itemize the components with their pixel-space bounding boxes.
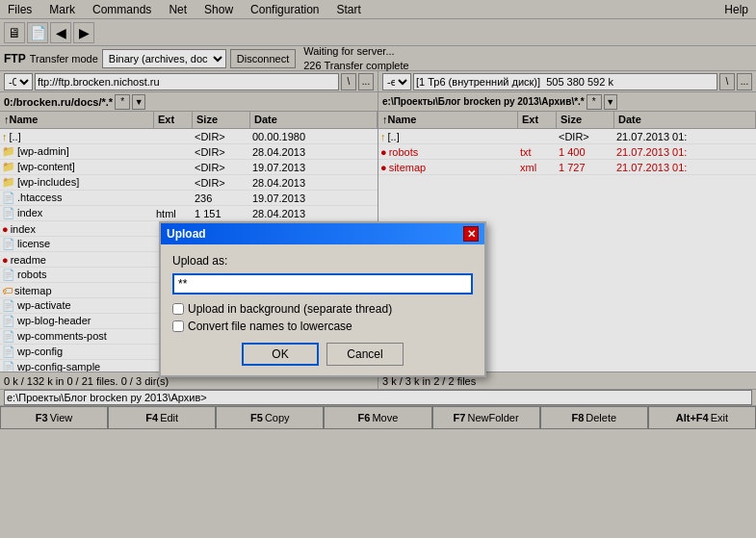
cancel-button[interactable]: Cancel [326, 343, 404, 366]
background-upload-checkbox[interactable] [172, 303, 184, 315]
dialog-close-button[interactable]: ✕ [463, 226, 479, 242]
ok-button[interactable]: OK [242, 343, 319, 366]
background-upload-row: Upload in background (separate thread) [172, 302, 473, 316]
background-upload-label: Upload in background (separate thread) [188, 302, 392, 316]
lowercase-names-row: Convert file names to lowercase [172, 320, 473, 333]
lowercase-names-label: Convert file names to lowercase [188, 320, 352, 333]
dialog-body: Upload as: Upload in background (separat… [161, 244, 484, 375]
upload-as-input[interactable] [172, 273, 473, 295]
upload-dialog: Upload ✕ Upload as: Upload in background… [159, 221, 486, 377]
dialog-title-bar: Upload ✕ [161, 223, 484, 244]
dialog-title-text: Upload [167, 227, 206, 241]
dialog-overlay: Upload ✕ Upload as: Upload in background… [0, 0, 756, 538]
upload-as-label: Upload as: [172, 254, 473, 268]
lowercase-names-checkbox[interactable] [172, 320, 184, 332]
dialog-buttons: OK Cancel [172, 343, 473, 366]
